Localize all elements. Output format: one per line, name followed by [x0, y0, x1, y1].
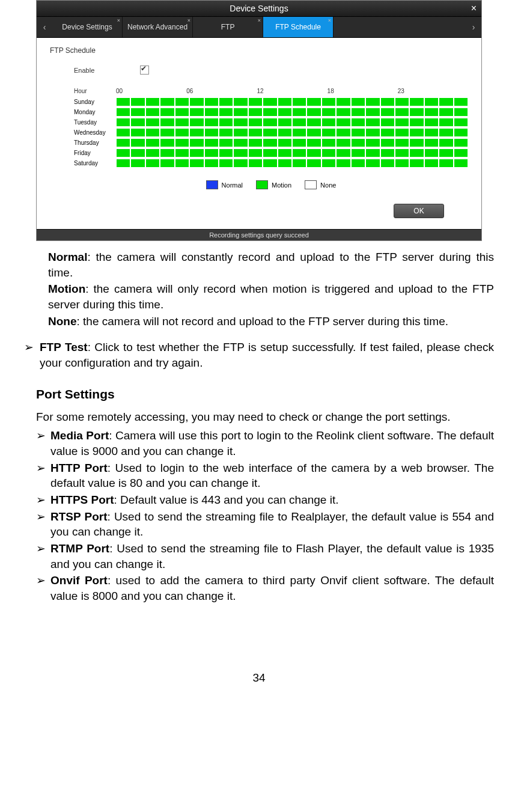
schedule-cell[interactable]	[365, 108, 380, 117]
schedule-cell[interactable]	[409, 118, 424, 127]
schedule-cell[interactable]	[248, 148, 263, 157]
schedule-cell[interactable]	[248, 108, 263, 117]
schedule-cell[interactable]	[189, 138, 204, 147]
schedule-cell[interactable]	[409, 138, 424, 147]
tab-close-icon[interactable]: ×	[328, 17, 331, 23]
schedule-cell[interactable]	[219, 138, 233, 147]
schedule-cell[interactable]	[292, 148, 306, 157]
schedule-cell[interactable]	[189, 108, 204, 117]
schedule-cell[interactable]	[248, 97, 263, 106]
schedule-cell[interactable]	[263, 108, 277, 117]
schedule-cell[interactable]	[321, 138, 336, 147]
schedule-cell[interactable]	[439, 118, 453, 127]
schedule-cell[interactable]	[424, 159, 439, 168]
schedule-cell[interactable]	[439, 148, 453, 157]
schedule-cell[interactable]	[116, 148, 130, 157]
schedule-cell[interactable]	[292, 108, 306, 117]
schedule-cell[interactable]	[204, 138, 219, 147]
schedule-cell[interactable]	[365, 138, 380, 147]
schedule-cell[interactable]	[248, 118, 263, 127]
schedule-cell[interactable]	[189, 159, 204, 168]
schedule-cell[interactable]	[145, 128, 160, 137]
schedule-cell[interactable]	[248, 138, 263, 147]
schedule-cell[interactable]	[395, 108, 409, 117]
schedule-cell[interactable]	[351, 138, 365, 147]
schedule-cell[interactable]	[278, 118, 292, 127]
schedule-cell[interactable]	[233, 128, 248, 137]
schedule-cell[interactable]	[160, 148, 174, 157]
schedule-cell[interactable]	[306, 159, 321, 168]
schedule-cell[interactable]	[248, 159, 263, 168]
schedule-cell[interactable]	[219, 97, 233, 106]
schedule-cell[interactable]	[204, 118, 219, 127]
schedule-cell[interactable]	[306, 148, 321, 157]
schedule-cell[interactable]	[321, 97, 336, 106]
schedule-cell[interactable]	[116, 118, 130, 127]
schedule-cell[interactable]	[365, 118, 380, 127]
schedule-cell[interactable]	[145, 97, 160, 106]
schedule-cell[interactable]	[175, 138, 189, 147]
schedule-cell[interactable]	[204, 108, 219, 117]
schedule-cell[interactable]	[306, 128, 321, 137]
schedule-cell[interactable]	[116, 97, 130, 106]
schedule-cell[interactable]	[278, 159, 292, 168]
schedule-cell[interactable]	[278, 108, 292, 117]
schedule-cell[interactable]	[454, 97, 468, 106]
tab-close-icon[interactable]: ×	[258, 17, 261, 23]
schedule-cell[interactable]	[233, 148, 248, 157]
schedule-cell[interactable]	[424, 138, 439, 147]
schedule-cell[interactable]	[365, 128, 380, 137]
schedule-cell[interactable]	[365, 97, 380, 106]
schedule-cell[interactable]	[278, 148, 292, 157]
schedule-cell[interactable]	[336, 159, 350, 168]
schedule-cell[interactable]	[424, 118, 439, 127]
schedule-cell[interactable]	[233, 97, 248, 106]
schedule-cell[interactable]	[160, 159, 174, 168]
schedule-cell[interactable]	[439, 159, 453, 168]
schedule-cell[interactable]	[439, 108, 453, 117]
schedule-cell[interactable]	[351, 148, 365, 157]
schedule-cell[interactable]	[321, 108, 336, 117]
schedule-cell[interactable]	[292, 159, 306, 168]
schedule-cell[interactable]	[160, 128, 174, 137]
schedule-cell[interactable]	[292, 97, 306, 106]
schedule-cell[interactable]	[233, 118, 248, 127]
schedule-cell[interactable]	[160, 138, 174, 147]
schedule-cell[interactable]	[219, 118, 233, 127]
schedule-cell[interactable]	[263, 97, 277, 106]
schedule-cell[interactable]	[189, 128, 204, 137]
schedule-cell[interactable]	[130, 108, 145, 117]
schedule-cell[interactable]	[204, 128, 219, 137]
schedule-cell[interactable]	[263, 118, 277, 127]
schedule-cell[interactable]	[439, 97, 453, 106]
schedule-cell[interactable]	[454, 159, 468, 168]
schedule-cell[interactable]	[219, 159, 233, 168]
schedule-cell[interactable]	[321, 128, 336, 137]
tabs-scroll-right-icon[interactable]: ›	[466, 17, 481, 37]
schedule-cell[interactable]	[204, 148, 219, 157]
schedule-cell[interactable]	[336, 108, 350, 117]
tab-network-advanced[interactable]: Network Advanced×	[123, 17, 193, 37]
schedule-cell[interactable]	[321, 118, 336, 127]
schedule-cell[interactable]	[321, 159, 336, 168]
schedule-cell[interactable]	[175, 159, 189, 168]
schedule-cell[interactable]	[380, 97, 395, 106]
schedule-cell[interactable]	[395, 97, 409, 106]
schedule-cell[interactable]	[409, 159, 424, 168]
schedule-cell[interactable]	[175, 128, 189, 137]
schedule-cell[interactable]	[424, 108, 439, 117]
tab-ftp-schedule[interactable]: FTP Schedule×	[263, 17, 334, 37]
schedule-cell[interactable]	[130, 138, 145, 147]
tab-close-icon[interactable]: ×	[117, 17, 120, 23]
schedule-cell[interactable]	[380, 159, 395, 168]
schedule-cell[interactable]	[130, 159, 145, 168]
schedule-cell[interactable]	[145, 159, 160, 168]
schedule-cell[interactable]	[175, 108, 189, 117]
schedule-cell[interactable]	[278, 128, 292, 137]
schedule-cell[interactable]	[424, 128, 439, 137]
schedule-cell[interactable]	[116, 159, 130, 168]
tab-ftp[interactable]: FTP×	[193, 17, 263, 37]
schedule-cell[interactable]	[306, 108, 321, 117]
schedule-cell[interactable]	[292, 128, 306, 137]
schedule-cell[interactable]	[306, 138, 321, 147]
